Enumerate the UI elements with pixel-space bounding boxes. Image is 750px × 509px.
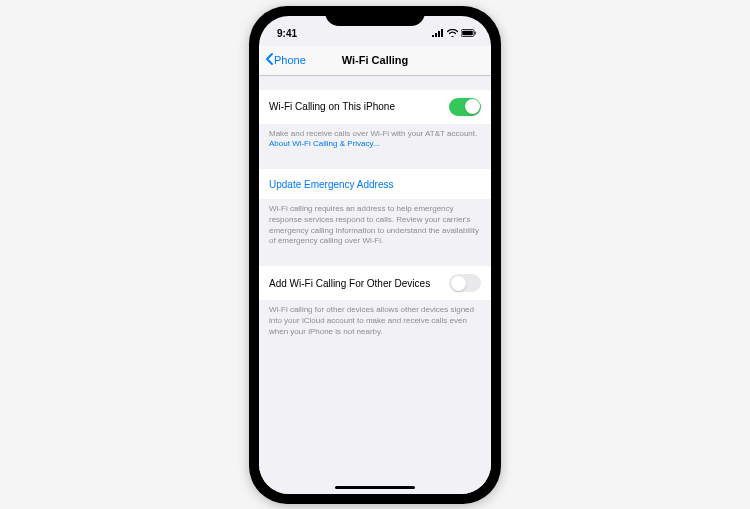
svg-rect-2 [438, 31, 440, 37]
svg-rect-6 [475, 32, 476, 35]
device-notch [325, 6, 425, 26]
svg-rect-5 [462, 31, 473, 36]
about-wifi-privacy-link[interactable]: About Wi-Fi Calling & Privacy... [269, 139, 380, 148]
row-update-emergency-address[interactable]: Update Emergency Address [259, 169, 491, 199]
iphone-device-frame: 9:41 Phone Wi-Fi Calling [249, 6, 501, 504]
chevron-left-icon [265, 53, 274, 67]
svg-rect-0 [432, 35, 434, 37]
status-indicators [432, 28, 479, 39]
row-wifi-calling-this-iphone[interactable]: Wi-Fi Calling on This iPhone [259, 90, 491, 124]
section-emergency-address: Update Emergency Address Wi-Fi calling r… [259, 169, 491, 252]
svg-rect-3 [441, 29, 443, 37]
cellular-signal-icon [432, 28, 444, 39]
page-title: Wi-Fi Calling [342, 54, 409, 66]
navigation-bar: Phone Wi-Fi Calling [259, 46, 491, 76]
toggle-knob [451, 276, 466, 291]
other-devices-toggle[interactable] [449, 274, 481, 292]
row-label: Update Emergency Address [269, 179, 481, 190]
footer-description: Make and receive calls over Wi-Fi with y… [269, 129, 477, 138]
back-button[interactable]: Phone [265, 53, 306, 67]
content-area[interactable]: Wi-Fi Calling on This iPhone Make and re… [259, 76, 491, 494]
wifi-icon [447, 28, 458, 39]
svg-rect-1 [435, 33, 437, 37]
row-label: Add Wi-Fi Calling For Other Devices [269, 278, 449, 289]
section-other-devices: Add Wi-Fi Calling For Other Devices Wi-F… [259, 266, 491, 342]
device-screen: 9:41 Phone Wi-Fi Calling [259, 16, 491, 494]
section-footer: Make and receive calls over Wi-Fi with y… [259, 124, 491, 156]
home-indicator[interactable] [335, 486, 415, 489]
row-add-wifi-calling-other-devices[interactable]: Add Wi-Fi Calling For Other Devices [259, 266, 491, 300]
section-footer: Wi-Fi calling for other devices allows o… [259, 300, 491, 342]
status-time: 9:41 [271, 28, 297, 39]
battery-icon [461, 28, 477, 39]
row-label: Wi-Fi Calling on This iPhone [269, 101, 449, 112]
section-footer: Wi-Fi calling requires an address to hel… [259, 199, 491, 252]
toggle-knob [465, 99, 480, 114]
section-wifi-calling: Wi-Fi Calling on This iPhone Make and re… [259, 90, 491, 156]
back-label: Phone [274, 54, 306, 66]
wifi-calling-toggle[interactable] [449, 98, 481, 116]
